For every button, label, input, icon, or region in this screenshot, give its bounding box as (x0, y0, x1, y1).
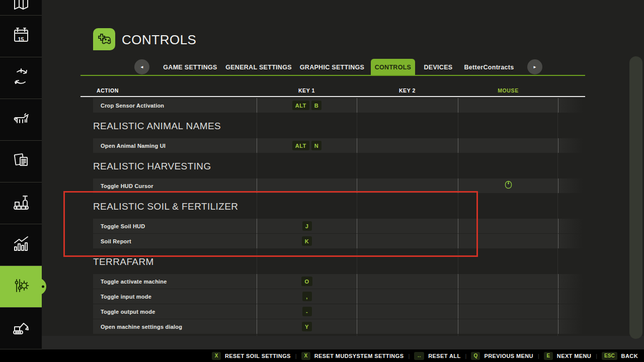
footer-separator: | (295, 353, 297, 359)
key2-cell[interactable] (357, 274, 458, 289)
row-fade (558, 234, 583, 248)
sidebar-item-settings[interactable] (0, 266, 42, 308)
binding-row[interactable]: Toggle Soil HUDJ (93, 219, 584, 233)
tab-next-button[interactable]: ► (527, 59, 542, 74)
key2-cell[interactable] (357, 289, 458, 304)
mouse-cell[interactable] (458, 319, 558, 334)
row-fade (558, 219, 583, 233)
section-title: REALISTIC ANIMAL NAMES (93, 120, 644, 132)
keycap: ALT (292, 101, 309, 110)
action-label: Toggle input mode (93, 289, 257, 304)
keycap: Y (302, 322, 312, 331)
key1-cell[interactable]: K (257, 234, 357, 248)
sidebar-item-statistics[interactable] (0, 224, 42, 266)
footer-keycap: ↔ (414, 352, 424, 360)
keycap: - (302, 307, 312, 316)
key2-cell[interactable] (357, 219, 458, 233)
tab-bettercontracts[interactable]: BetterContracts (464, 59, 514, 76)
excavator-icon (11, 317, 31, 339)
key1-cell[interactable]: ALTN (257, 138, 357, 153)
binding-row[interactable]: Toggle input mode, (93, 289, 584, 304)
key2-cell[interactable] (357, 304, 458, 319)
footer-separator: | (408, 353, 410, 359)
column-header-key2: KEY 2 (357, 87, 458, 94)
footer-keycap: Q (471, 352, 480, 360)
sidebar-item-calendar[interactable]: 15 (0, 16, 42, 57)
mouse-cell[interactable] (458, 178, 558, 193)
key2-cell[interactable] (357, 319, 458, 334)
footer-label: RESET ALL (428, 353, 460, 359)
footer-label: PREVIOUS MENU (484, 353, 533, 359)
key1-cell[interactable]: O (257, 274, 357, 289)
binding-row[interactable]: Open Animal Naming UIALTN (93, 138, 584, 153)
tab-general-settings[interactable]: GENERAL SETTINGS (226, 59, 291, 76)
keycap: , (302, 292, 312, 301)
footer-action-next-menu[interactable]: ENEXT MENU (544, 352, 591, 360)
mouse-cell[interactable] (458, 98, 558, 113)
binding-row[interactable]: Open machine settings dialogY (93, 319, 584, 334)
tab-prev-button[interactable]: ◄ (134, 59, 149, 74)
binding-row[interactable]: Soil ReportK (93, 234, 584, 248)
sidebar-item-construction[interactable] (0, 308, 42, 349)
section-title: REALISTIC HARVESTING (93, 160, 644, 172)
key1-cell[interactable]: J (257, 219, 357, 233)
action-label: Open machine settings dialog (93, 319, 257, 334)
binding-row[interactable]: Crop Sensor ActivationALTB (93, 98, 584, 113)
key1-cell[interactable] (257, 178, 357, 193)
key2-cell[interactable] (357, 98, 458, 113)
sidebar-item-crop-rotation[interactable] (0, 57, 42, 99)
mouse-cell[interactable] (458, 304, 558, 319)
scrollbar-strip (629, 56, 642, 339)
tab-game-settings[interactable]: GAME SETTINGS (162, 59, 218, 76)
keycap: N (311, 141, 321, 150)
chevron-right-icon: ► (533, 65, 537, 69)
tab-devices[interactable]: DEVICES (423, 59, 454, 76)
tab-controls[interactable]: CONTROLS (371, 59, 415, 76)
key2-cell[interactable] (357, 178, 458, 193)
footer-label: RESET MUDSYSTEM SETTINGS (314, 353, 404, 359)
chevron-left-icon: ◄ (140, 65, 144, 69)
column-header-action: ACTION (97, 87, 119, 94)
row-fade (558, 274, 583, 289)
footer-separator: | (465, 353, 467, 359)
footer-action-reset-soil-settings[interactable]: XRESET SOIL SETTINGS (212, 352, 291, 360)
footer-action-reset-all[interactable]: ↔RESET ALL (414, 352, 460, 360)
footer-label: NEXT MENU (557, 353, 591, 359)
key1-cell[interactable]: - (257, 304, 357, 319)
binding-row[interactable]: Toggle HUD Cursor (93, 178, 584, 193)
gamepad-icon (93, 28, 115, 50)
mouse-cell[interactable] (458, 234, 558, 248)
sidebar-item-contracts[interactable] (0, 141, 42, 183)
row-fade (558, 178, 583, 193)
tab-graphic-settings[interactable]: GRAPHIC SETTINGS (300, 59, 364, 76)
settings-icon (11, 276, 31, 298)
binding-row[interactable]: Toggle output mode- (93, 304, 584, 319)
key1-cell[interactable]: Y (257, 319, 357, 334)
footer-action-back[interactable]: ESCBACK (602, 352, 638, 360)
mouse-cell[interactable] (458, 138, 558, 153)
row-fade (558, 289, 583, 304)
row-fade (558, 319, 583, 334)
sidebar-item-map[interactable] (0, 0, 42, 16)
sidebar-item-animals[interactable] (0, 99, 42, 141)
footer-label: RESET SOIL SETTINGS (225, 353, 291, 359)
footer-action-previous-menu[interactable]: QPREVIOUS MENU (471, 352, 533, 360)
footer-keycap: ESC (602, 352, 617, 360)
mouse-cell[interactable] (458, 289, 558, 304)
row-fade (558, 98, 583, 113)
mouse-cell[interactable] (458, 219, 558, 233)
scroll-fade (42, 336, 644, 349)
sidebar-item-production[interactable] (0, 183, 42, 224)
key1-cell[interactable]: , (257, 289, 357, 304)
action-label: Toggle HUD Cursor (93, 178, 257, 193)
binding-row[interactable]: Toggle activate machineO (93, 274, 584, 289)
crop-rotation-icon (11, 67, 31, 89)
keycap: ALT (292, 141, 309, 150)
cow-icon (11, 109, 31, 131)
mouse-cell[interactable] (458, 274, 558, 289)
footer-action-reset-mudsystem-settings[interactable]: XRESET MUDSYSTEM SETTINGS (301, 352, 404, 360)
action-label: Toggle output mode (93, 304, 257, 319)
key2-cell[interactable] (357, 138, 458, 153)
key1-cell[interactable]: ALTB (257, 98, 357, 113)
key2-cell[interactable] (357, 234, 458, 248)
